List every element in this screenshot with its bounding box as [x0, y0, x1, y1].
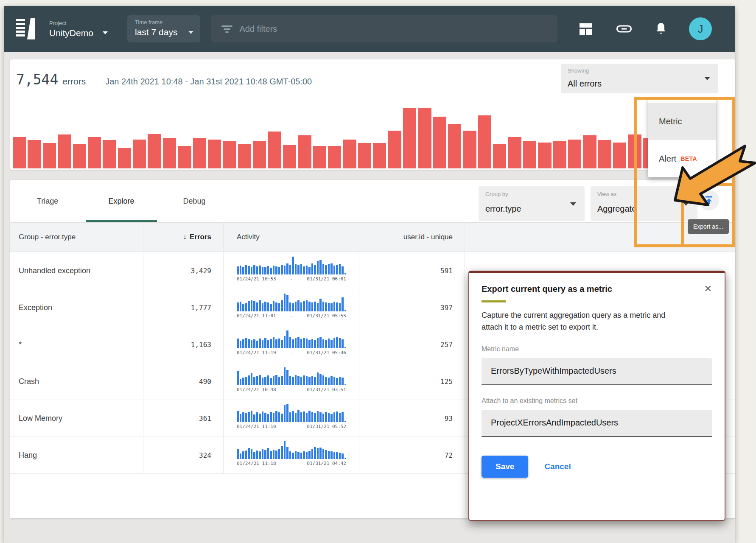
row-errors-cell: 1,777 — [143, 289, 224, 326]
sparkline-bar — [330, 414, 333, 422]
sparkline-bar — [295, 338, 297, 348]
col-header-errors[interactable]: ↓ Errors — [143, 223, 224, 252]
sparkline-bar — [270, 451, 272, 459]
sparkline-bar — [333, 452, 336, 459]
sparkline-bar — [303, 338, 305, 348]
sparkline-bar — [297, 300, 300, 311]
date-separator: - — [290, 276, 293, 282]
sparkline-bar — [251, 300, 253, 311]
sparkline-bar — [289, 265, 291, 274]
row-group-label[interactable]: Exception — [19, 303, 52, 312]
user-avatar[interactable]: J — [689, 17, 712, 40]
sparkline-bar — [284, 266, 286, 274]
row-group-label[interactable]: Low Memory — [19, 414, 62, 423]
sparkline-bar — [311, 376, 314, 385]
sparkline-bar — [322, 449, 325, 459]
error-histogram[interactable] — [13, 108, 731, 168]
row-group-label[interactable]: * — [19, 340, 22, 349]
sparkline-bar — [262, 340, 264, 348]
row-group-cell: Hang — [10, 437, 143, 473]
sparkline-bar — [295, 413, 297, 422]
save-button[interactable]: Save — [482, 456, 528, 478]
attach-set-input[interactable]: ProjectXErrorsAndImpactedUsers — [482, 410, 712, 437]
sparkline-bar — [297, 265, 300, 274]
dashboard-icon[interactable] — [580, 23, 592, 35]
row-group-label[interactable]: Hang — [19, 451, 37, 460]
row-group-label[interactable]: Unhandled exception — [19, 266, 90, 275]
timeframe-value: last 7 days — [135, 27, 177, 37]
sparkline-bar — [284, 441, 286, 459]
row-users-count: 93 — [445, 414, 453, 423]
tab-explore[interactable]: Explore — [85, 180, 158, 222]
sparkline-bar — [317, 303, 319, 311]
col-header-group[interactable]: Group - error.type — [10, 223, 143, 252]
chevron-down-icon — [103, 31, 108, 34]
activity-end-date: 01/31/21 05:52 — [307, 424, 346, 429]
date-separator: - — [290, 313, 293, 319]
activity-sparkline: 01/24/21 11:01-01/31/21 05:55 — [237, 293, 346, 322]
sparkline-bar — [262, 303, 264, 311]
sparkline-bar — [253, 265, 255, 274]
sparkline-bar — [248, 301, 250, 311]
sparkline-bar — [270, 304, 272, 311]
sparkline-bar — [245, 303, 247, 311]
sparkline-bar — [245, 265, 247, 274]
sparkline-bar — [330, 451, 333, 459]
tab-triage[interactable]: Triage — [10, 180, 85, 222]
col-header-activity[interactable]: Activity — [224, 223, 359, 252]
metric-name-input[interactable]: ErrorsByTypeWithImpactedUsers — [482, 358, 712, 385]
row-activity-cell: 01/24/21 10:48-01/31/21 03:51 — [224, 363, 359, 400]
sparkline-bar — [319, 448, 322, 459]
histogram-bar — [583, 135, 596, 168]
date-separator: - — [290, 424, 293, 429]
row-group-label[interactable]: Crash — [19, 377, 39, 386]
row-errors-cell: 3,429 — [143, 252, 224, 289]
col-header-users[interactable]: user.id - unique — [359, 223, 465, 252]
histogram-bar — [373, 143, 386, 168]
sparkline-bar — [339, 338, 341, 348]
sparkline-bar — [248, 448, 250, 459]
histogram-bar — [343, 140, 356, 168]
histogram-bar — [358, 143, 371, 168]
sparkline-bar — [278, 303, 280, 311]
row-errors-count: 1,777 — [191, 304, 211, 312]
project-selector[interactable]: Project UnityDemo — [49, 20, 116, 38]
activity-start-date: 01/24/21 11:18 — [237, 461, 276, 466]
notifications-bell-icon[interactable] — [655, 22, 667, 36]
sparkline-bar — [275, 451, 277, 459]
sparkline-bar — [311, 449, 314, 459]
row-activity-cell: 01/24/21 10:53-01/31/21 06:01 — [224, 252, 359, 289]
activity-end-date: 01/31/21 04:42 — [307, 461, 346, 466]
sparkline-bar — [328, 303, 330, 311]
activity-end-date: 01/31/21 05:46 — [307, 350, 346, 355]
tab-debug[interactable]: Debug — [158, 180, 231, 222]
sparkline-bar — [245, 338, 247, 348]
sparkline-bar — [322, 264, 325, 274]
histogram-bar — [13, 137, 26, 168]
export-metric-modal: Export current query as a metric ✕ Captu… — [468, 271, 725, 521]
row-users-cell: 257 — [359, 326, 465, 363]
row-group-cell: Unhandled exception — [10, 252, 143, 289]
group-by-dropdown[interactable]: Group by error.type — [479, 186, 585, 221]
sort-desc-icon: ↓ — [183, 233, 187, 241]
sparkline-bar — [319, 260, 322, 274]
showing-dropdown[interactable]: Showing All errors — [561, 64, 718, 93]
sparkline-bar — [253, 414, 255, 422]
timeframe-selector[interactable]: Time frame last 7 days — [127, 15, 200, 42]
link-icon[interactable] — [616, 24, 632, 34]
histogram-bar — [418, 108, 431, 168]
sparkline-bar — [259, 414, 261, 422]
close-icon[interactable]: ✕ — [704, 284, 712, 294]
sparkline-bar — [297, 376, 300, 385]
sparkline-bar — [286, 295, 288, 311]
sparkline-bar — [295, 302, 297, 311]
sparkline-bar — [342, 453, 344, 459]
cancel-button[interactable]: Cancel — [544, 462, 571, 471]
view-as-value: Aggregate — [597, 204, 636, 214]
row-users-cell: 93 — [359, 400, 465, 437]
activity-sparkline: 01/24/21 11:19-01/31/21 05:46 — [237, 330, 346, 359]
sparkline-bar — [256, 341, 258, 348]
row-activity-cell: 01/24/21 11:19-01/31/21 05:46 — [224, 326, 359, 363]
sparkline-bar — [267, 340, 269, 348]
add-filters-input[interactable]: Add filters — [211, 15, 557, 42]
